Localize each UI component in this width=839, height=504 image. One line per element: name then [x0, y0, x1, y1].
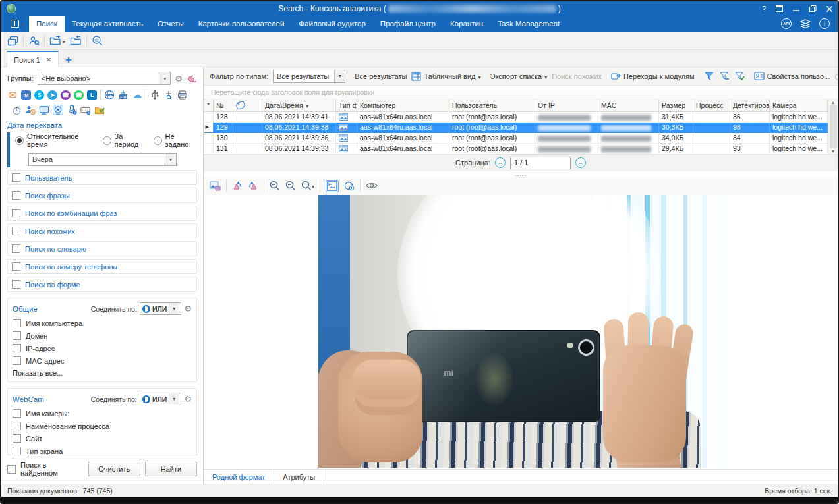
menu-tab-file-auditor[interactable]: Файловый аудитор: [291, 16, 373, 32]
printer-icon[interactable]: [177, 90, 188, 100]
whatsapp-icon[interactable]: ☎: [74, 90, 84, 100]
zoom-level-button[interactable]: [301, 181, 314, 191]
menu-tab-search[interactable]: Поиск: [29, 16, 65, 32]
checkbox[interactable]: [12, 262, 20, 271]
table-row[interactable]: 128 08.06.2021 14:39:41 aas-w81x64ru.aas…: [204, 111, 828, 122]
col-datetime[interactable]: Дата\Время ▼: [262, 99, 336, 111]
clock-icon[interactable]: ◷: [11, 105, 22, 115]
option-dictionary-search[interactable]: Поиск по словарю: [7, 241, 197, 256]
checkbox[interactable]: [12, 227, 20, 235]
checkbox[interactable]: [13, 409, 21, 418]
menu-tab-current-activity[interactable]: Текущая активность: [65, 16, 150, 32]
checkbox[interactable]: [13, 344, 21, 352]
http-icon[interactable]: HTTP: [104, 90, 115, 100]
checkbox[interactable]: [12, 244, 20, 253]
chevron-down-icon[interactable]: [334, 70, 345, 82]
option-phone-number-search[interactable]: Поиск по номеру телефона: [7, 259, 197, 274]
col-from-ip[interactable]: От IP: [535, 99, 598, 111]
splitter-handle[interactable]: .....: [204, 171, 838, 177]
app-menu-button[interactable]: [5, 16, 29, 32]
tab-native-format[interactable]: Родной формат: [204, 470, 274, 484]
option-user[interactable]: Пользователь: [7, 170, 197, 185]
menu-tab-profile-center[interactable]: Профайл центр: [373, 16, 443, 32]
scroll-thumb[interactable]: [830, 105, 837, 148]
table-row[interactable]: 131 08.06.2021 14:39:33 aas-w81x64ru.aas…: [204, 143, 828, 154]
table-scrollbar[interactable]: ▲ ▼: [828, 99, 838, 154]
menu-tab-task-management[interactable]: Task Management: [490, 16, 567, 32]
user-properties-button[interactable]: Свойства пользо...: [754, 72, 830, 80]
save-image-button[interactable]: [210, 181, 221, 191]
col-user[interactable]: Пользователь: [449, 99, 535, 111]
id-search-button[interactable]: ID: [92, 35, 103, 46]
page-input[interactable]: [510, 157, 571, 169]
checkbox[interactable]: [13, 422, 21, 430]
close-button[interactable]: [826, 6, 832, 12]
checkbox[interactable]: [12, 209, 20, 217]
chat-history-button[interactable]: ◷ История переписки: [834, 72, 838, 80]
viber-icon[interactable]: ☎: [61, 90, 71, 100]
rotate-right-button[interactable]: [248, 181, 258, 190]
export-list-button[interactable]: Экспорт списка: [490, 72, 548, 80]
col-tag[interactable]: [233, 99, 262, 111]
usb-icon[interactable]: [150, 90, 160, 100]
go-to-modules-button[interactable]: Переходы к модулям: [611, 72, 695, 81]
search-in-found-checkbox[interactable]: [7, 465, 16, 474]
clear-button[interactable]: Очистить: [88, 462, 140, 476]
zoom-in-button[interactable]: [270, 181, 280, 191]
modules-stack-icon[interactable]: [800, 19, 811, 28]
checkbox[interactable]: [13, 434, 21, 443]
fit-to-window-button[interactable]: [326, 180, 339, 192]
lync-icon[interactable]: L: [87, 90, 97, 100]
common-item-domain[interactable]: Домен: [13, 331, 192, 340]
radio-relative-time[interactable]: [15, 136, 24, 145]
checkbox[interactable]: [13, 331, 21, 340]
option-similar-search[interactable]: Поиск похожих: [7, 223, 197, 238]
export-tab-button[interactable]: [49, 36, 65, 45]
api-icon[interactable]: API: [781, 18, 792, 29]
cascade-windows-button[interactable]: [7, 36, 18, 46]
restore-button[interactable]: [809, 5, 817, 12]
image-processing-button[interactable]: [344, 181, 355, 191]
cloud-icon[interactable]: ☁: [132, 90, 142, 100]
common-item-computer-name[interactable]: Имя компьютера: [13, 319, 192, 327]
search-similar-button[interactable]: Поиск похожих: [552, 72, 602, 80]
scroll-up-icon[interactable]: ▲: [831, 100, 836, 105]
im-icon[interactable]: IM: [21, 90, 31, 100]
telegram-icon[interactable]: ➤: [47, 90, 57, 100]
col-computer[interactable]: Компьютер: [357, 99, 449, 111]
import-tab-button[interactable]: [70, 36, 82, 45]
info-icon[interactable]: i: [819, 18, 830, 29]
join-by-select[interactable]: ИЛИ: [140, 393, 181, 405]
show-all-link[interactable]: Показать все...: [13, 369, 192, 377]
col-size[interactable]: Размер: [659, 99, 693, 111]
radio-period[interactable]: [103, 136, 111, 145]
checkbox[interactable]: [12, 280, 20, 289]
webcam-item-site[interactable]: Сайт: [13, 434, 192, 443]
table-view-button[interactable]: Табличный вид: [411, 72, 480, 81]
microphone-icon[interactable]: i: [67, 105, 77, 115]
groups-settings-icon[interactable]: ⚙: [175, 74, 183, 83]
doc-tab-search-1[interactable]: Поиск 1 ✕: [7, 51, 59, 67]
option-form-search[interactable]: Поиск по форме: [7, 277, 197, 292]
webcam-item-process-name[interactable]: Наименование процесса: [13, 422, 192, 430]
scroll-down-icon[interactable]: ▼: [831, 149, 836, 154]
rotate-left-button[interactable]: [232, 181, 243, 190]
chevron-down-icon[interactable]: [159, 72, 170, 84]
help-button[interactable]: ?: [762, 5, 766, 13]
pin-window-button[interactable]: [776, 5, 783, 12]
chevron-down-icon[interactable]: [165, 154, 176, 165]
col-filetype[interactable]: Тип фа: [336, 99, 357, 111]
webcam-icon[interactable]: [53, 105, 63, 115]
next-page-button[interactable]: →: [575, 157, 586, 168]
option-phrase-search[interactable]: Поиск фразы: [7, 188, 197, 203]
add-tab-button[interactable]: +: [59, 53, 78, 67]
user-activity-icon[interactable]: [25, 105, 36, 115]
col-process[interactable]: Процесс: [693, 99, 730, 111]
col-detected[interactable]: Детектирова: [730, 99, 770, 111]
filter-clear-icon[interactable]: [719, 71, 730, 81]
col-number[interactable]: №: [214, 99, 233, 111]
user-search-button[interactable]: [28, 36, 40, 46]
clear-groups-icon[interactable]: [187, 74, 197, 83]
filter-apply-icon[interactable]: [734, 71, 745, 81]
chevron-down-icon[interactable]: [169, 303, 179, 314]
